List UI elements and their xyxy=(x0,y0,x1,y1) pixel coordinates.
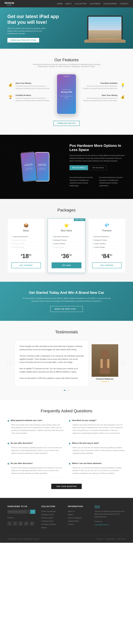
info-link-4[interactable]: Shipping Rates xyxy=(68,520,88,523)
ask-question-button[interactable]: ASK YOUR QUESTION xyxy=(51,484,82,489)
faq-q-icon-3: ◈ xyxy=(8,442,9,445)
phone-mockup: iPhone 6S Plus Mockup PSD ADD YOUR DESIG… xyxy=(53,74,80,115)
nav-link-collection[interactable]: COLLECTION xyxy=(75,3,87,4)
footer-subscribe-button[interactable]: → xyxy=(30,510,35,514)
faq-answer-4: Where can you draw the line between harm… xyxy=(69,446,126,454)
feature-4-title: Save Your Money xyxy=(83,94,117,96)
testimonial-dot-2[interactable] xyxy=(66,390,67,391)
testimonial-prev-arrow[interactable]: ‹ xyxy=(8,361,12,366)
phone-label: iPhone 6S Plus xyxy=(63,89,71,90)
feature-4-text: Successful businesses know the importanc… xyxy=(83,97,117,102)
collection-link-5[interactable]: VIP Dallas Collection xyxy=(41,523,62,526)
nav-link-about[interactable]: ABOUT xyxy=(65,3,72,4)
nav-link-home[interactable]: HOME xyxy=(57,3,63,4)
collection-link-4[interactable]: Collection Street xyxy=(41,520,62,523)
dark-btn-2[interactable]: Test Your Product xyxy=(90,165,107,170)
features-title: Our Features xyxy=(8,58,126,62)
faq-item-5: ◈ Do you offer discounts? Percent of wil… xyxy=(8,462,64,478)
packages-section: Packages 📦 Basic Improved Experience Ded… xyxy=(0,199,133,282)
nav-logo: Victoria ★★★★ xyxy=(5,2,14,6)
svg-point-0 xyxy=(101,350,109,358)
package-featured: BEST VALUE ⭐ Best Value Improved Experie… xyxy=(48,218,85,273)
facebook-icon[interactable]: f xyxy=(8,522,12,526)
tablet-screen xyxy=(88,17,121,40)
pinterest-icon[interactable]: p xyxy=(24,522,28,526)
cta-button[interactable]: MAKE THE FIRST STEP → xyxy=(50,306,83,312)
best-value-badge: BEST VALUE xyxy=(74,218,85,221)
features-grid: 💰 Save Your Money Successful businesses … xyxy=(8,74,126,115)
footer-brand-description: Get this is looking find a top placing a… xyxy=(95,510,126,518)
footer: Subscribe to us → Follow us f t g p in C… xyxy=(0,498,133,543)
collection-link-3[interactable]: Premium Edition xyxy=(41,516,62,520)
package-premium-icon: 💎 xyxy=(92,223,122,228)
package-featured-name: Best Value xyxy=(52,229,81,232)
info-link-2[interactable]: Gallery xyxy=(68,513,88,516)
twitter-icon[interactable]: t xyxy=(13,522,17,526)
feature-3-title: Find Best Solution xyxy=(83,82,117,84)
basic-cta-button[interactable]: GET STARTED xyxy=(11,262,41,268)
feature-item-1: 💰 Save Your Money Successful businesses … xyxy=(8,82,50,90)
testimonial-stars: ★★★★★ xyxy=(101,380,109,383)
certified-icon: 🏆 xyxy=(8,94,13,100)
premium-feature-3: Custom Gift Box xyxy=(92,242,122,246)
collection-link-2[interactable]: Standard Custom xyxy=(41,513,62,516)
google-plus-icon[interactable]: g xyxy=(19,522,23,526)
featured-cta-button[interactable]: TRY NOW xyxy=(52,262,81,268)
testimonial-dot-3[interactable] xyxy=(68,390,69,391)
testimonial-image xyxy=(92,344,118,377)
nav-link-contact[interactable]: CONTACT xyxy=(120,3,128,4)
faq-item-3: ◈ Do you offer discounts? Percent of wil… xyxy=(8,442,64,458)
dark-sub-left: Successful businesses know the importanc… xyxy=(69,176,96,187)
feature-1-text: Successful businesses know the importanc… xyxy=(16,85,50,90)
faq-answer-6: Where can you draw the line between harm… xyxy=(69,466,126,475)
nav-link-accessories[interactable]: ACCESSORIES xyxy=(103,3,117,4)
cta-section: Get Started Today And Win A Brand New Ca… xyxy=(0,282,133,321)
package-featured-icon: ⭐ xyxy=(52,223,81,228)
package-basic-name: Basic xyxy=(11,229,41,232)
faq-item-6: ◈ Where I can use these elements! Where … xyxy=(69,462,126,478)
footer-link-terms[interactable]: Terms of Use xyxy=(117,538,126,540)
hero-subtitle: While most people enjoy spaces for gambl… xyxy=(8,27,49,35)
tablet-frame xyxy=(87,16,123,40)
featured-feature-4: Custom Design xyxy=(52,246,81,249)
testimonials-title: Testimonials xyxy=(8,330,126,334)
download-app-button[interactable]: DOWNLOAD OUR APP xyxy=(53,121,80,126)
testimonials-wrapper: ‹ These thoughts are often described as … xyxy=(8,340,126,387)
feature-1-title: Save Your Money xyxy=(16,82,50,84)
nav-links: HOME ABOUT COLLECTION CUSTOMIZE ACCESSOR… xyxy=(57,3,128,4)
faq-title: Frequently Asked Questions xyxy=(8,408,126,413)
hero-section: Get our latest iPad app that you will lo… xyxy=(0,8,133,49)
basic-feature-2: Dedicated Product xyxy=(11,238,41,242)
navigation: Victoria ★★★★ HOME ABOUT COLLECTION CUST… xyxy=(0,0,133,8)
feature-item-2: 🏆 Certified Product Successful businesse… xyxy=(8,94,50,102)
faq-question-1: ◈ What payment methods can I use? xyxy=(8,419,64,422)
testimonial-next-arrow[interactable]: › xyxy=(121,361,126,366)
collection-link-6[interactable]: Antique xyxy=(41,526,62,529)
info-link-3[interactable]: News & Conditions xyxy=(68,516,88,520)
package-featured-features: Improved Experience Dedicated Product Cu… xyxy=(52,235,81,249)
info-link-1[interactable]: About Us xyxy=(68,510,88,513)
footer-link-privacy[interactable]: Privacy Policy xyxy=(105,538,115,540)
dark-btn-1[interactable]: Save Your Money xyxy=(69,165,88,170)
footer-contact-link[interactable]: contact@email.com xyxy=(95,523,126,526)
social-icons: f t g p in xyxy=(8,522,35,526)
nav-link-customize[interactable]: CUSTOMIZE xyxy=(90,3,101,4)
featured-feature-3: Custom Gift Box xyxy=(52,242,81,246)
feature-2-text: Successful businesses know the importanc… xyxy=(16,97,50,102)
footer-contact-label: Contact us: contact@email.com xyxy=(95,520,126,526)
hero-download-button[interactable]: DOWNLOAD FROM APP STORE xyxy=(8,38,39,42)
footer-email-input[interactable] xyxy=(8,510,30,514)
package-basic: 📦 Basic Improved Experience Dedicated Pr… xyxy=(8,218,45,273)
linkedin-icon[interactable]: in xyxy=(30,522,34,526)
faq-question-5: ◈ Do you offer discounts? xyxy=(8,462,64,465)
footer-link-contact[interactable]: Contact us xyxy=(96,538,103,540)
footer-follow-label: Follow us xyxy=(8,516,35,519)
faq-answer-5: Percent of will, develop a gambling ques… xyxy=(8,466,64,475)
info-link-5[interactable]: Contact xyxy=(68,523,88,526)
faq-q-icon-6: ◈ xyxy=(69,462,70,465)
collection-link-1[interactable]: Urban Chronograph xyxy=(41,510,62,513)
package-basic-price: $1800 xyxy=(11,253,41,260)
testimonial-dot-1[interactable] xyxy=(64,390,65,391)
dark-section: iPhone 6S Plus Mockup PSD ADD YOURDESIGN… xyxy=(0,135,133,199)
premium-cta-button[interactable]: GET STARTED xyxy=(92,262,122,268)
